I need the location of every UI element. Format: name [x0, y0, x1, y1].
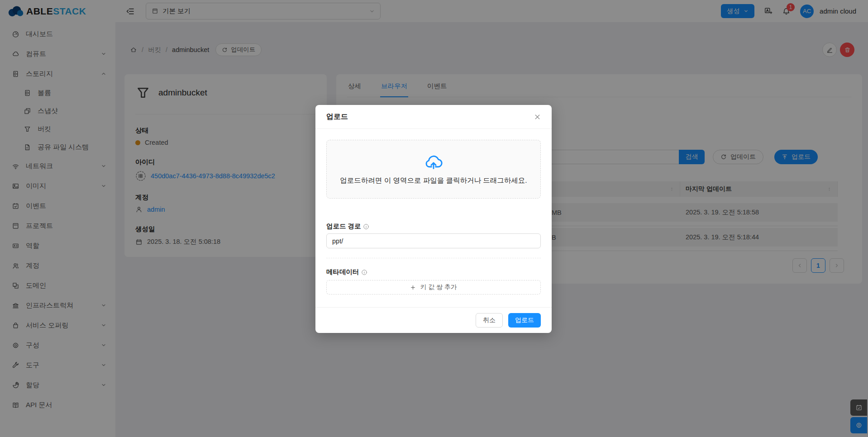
- info-icon[interactable]: [363, 223, 369, 230]
- dropzone-text: 업로드하려면 이 영역으로 파일을 클릭하거나 드래그하세요.: [340, 176, 527, 185]
- info-icon[interactable]: [361, 269, 367, 276]
- modal-header: 업로드: [315, 105, 552, 129]
- upload-path-input[interactable]: [326, 233, 541, 248]
- cancel-button[interactable]: 취소: [476, 313, 503, 328]
- upload-modal: 업로드 업로드하려면 이 영역으로 파일을 클릭하거나 드래그하세요. 업로드 …: [315, 105, 552, 333]
- modal-title: 업로드: [326, 112, 348, 122]
- modal-body: 업로드하려면 이 영역으로 파일을 클릭하거나 드래그하세요. 업로드 경로 메…: [315, 129, 552, 307]
- close-icon[interactable]: [534, 114, 541, 120]
- upload-path-label-row: 업로드 경로: [326, 222, 541, 231]
- modal-footer: 취소 업로드: [315, 307, 552, 333]
- cloud-upload-icon: [422, 153, 445, 170]
- add-key-value-button[interactable]: 키 값 쌍 추가: [326, 280, 541, 294]
- metadata-label-row: 메타데이터: [326, 268, 541, 276]
- upload-confirm-button[interactable]: 업로드: [508, 313, 541, 328]
- file-dropzone[interactable]: 업로드하려면 이 영역으로 파일을 클릭하거나 드래그하세요.: [326, 140, 541, 199]
- plus-icon: [410, 285, 416, 290]
- divider: [326, 258, 541, 258]
